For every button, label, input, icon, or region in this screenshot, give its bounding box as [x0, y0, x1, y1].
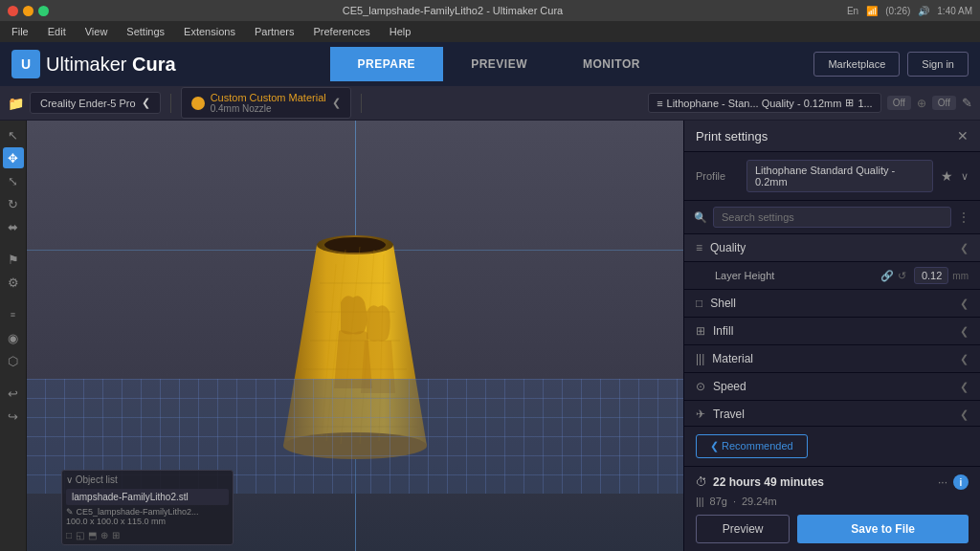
menu-partners[interactable]: Partners [251, 24, 299, 39]
travel-arrow: ❮ [960, 408, 969, 421]
object-item-1[interactable]: lampshade-FamilyLitho2.stl [66, 489, 229, 505]
material-icon: ||| [696, 352, 704, 365]
battery-indicator: (0:26) [885, 6, 910, 16]
profile-icon: ≡ [657, 98, 662, 109]
section-speed[interactable]: ⊙ Speed ❮ [684, 373, 980, 401]
logo-area: U Ultimaker Cura [11, 50, 184, 78]
chevron-icon[interactable]: ∨ [66, 474, 73, 485]
tab-monitor[interactable]: MONITOR [555, 47, 668, 81]
shell-icon: □ [696, 297, 702, 310]
section-material[interactable]: ||| Material ❮ [684, 345, 980, 373]
edit-icon[interactable]: ✎ [962, 96, 972, 110]
obj-icon-5[interactable]: ⊞ [112, 530, 120, 540]
object-sub-text: CE5_lampshade-FamilyLitho2... [77, 507, 199, 517]
pencil-icon: ✎ [66, 507, 77, 517]
maximize-button[interactable] [38, 6, 49, 16]
move-tool[interactable]: ✥ [3, 147, 24, 168]
signin-button[interactable]: Sign in [907, 52, 969, 77]
settings-search-input[interactable] [713, 207, 951, 228]
profile-value[interactable]: Lithophane Standard Quality - 0.2mm [746, 160, 933, 192]
titlebar: CE5_lampshade-FamilyLitho2 - Ultimaker C… [0, 0, 980, 21]
minimize-button[interactable] [23, 6, 33, 16]
menu-edit[interactable]: Edit [44, 24, 70, 39]
mirror-tool[interactable]: ⬌ [3, 216, 24, 237]
shell-arrow: ❮ [960, 298, 969, 310]
material-arrow: ❮ [960, 353, 969, 365]
logo-part1: Ultimaker [46, 54, 126, 75]
obj-icon-1[interactable]: □ [66, 530, 72, 540]
filament-icon: ||| [696, 496, 704, 507]
profile-star-icon[interactable]: ★ [941, 168, 953, 184]
layer-height-label: Layer Height [715, 270, 880, 281]
close-button[interactable] [8, 6, 18, 16]
search-icon: 🔍 [694, 211, 707, 224]
time-estimate-row: ⏱ 22 hours 49 minutes ··· i [696, 474, 969, 490]
menu-file[interactable]: File [8, 24, 33, 39]
toolbar-separator2 [361, 94, 362, 113]
material-separator: · [733, 496, 736, 507]
support-tool[interactable]: ⚑ [3, 249, 24, 270]
window-controls[interactable] [8, 6, 49, 16]
menu-extensions[interactable]: Extensions [180, 24, 239, 39]
save-to-file-button[interactable]: Save to File [797, 515, 969, 543]
material-label: Material [712, 352, 960, 365]
3d-viewport[interactable]: ∨ Object list lampshade-FamilyLitho2.stl… [27, 121, 683, 551]
print-settings-header: Print settings ✕ [684, 121, 980, 152]
view-solid[interactable]: ◉ [3, 327, 24, 348]
obj-icon-4[interactable]: ⊕ [100, 530, 108, 540]
infill-arrow: ❮ [960, 325, 969, 338]
scale-tool[interactable]: ⤡ [3, 170, 24, 191]
section-infill[interactable]: ⊞ Infill ❮ [684, 318, 980, 345]
material-color-dot [191, 97, 205, 110]
settings-menu-icon[interactable]: ⋮ [957, 209, 970, 225]
tab-preview[interactable]: PREVIEW [443, 47, 555, 81]
logo-part2: Cura [132, 54, 176, 75]
marketplace-button[interactable]: Marketplace [813, 52, 900, 77]
view-layer[interactable]: ⬡ [3, 350, 24, 371]
section-travel[interactable]: ✈ Travel ❮ [684, 401, 980, 426]
rotate-tool[interactable]: ↻ [3, 193, 24, 214]
layer-height-icons: 🔗 ↺ [880, 270, 906, 282]
tab-prepare[interactable]: PREPARE [330, 47, 444, 81]
lock-icon[interactable]: 🔗 [880, 270, 894, 282]
layer-height-value[interactable]: 0.12 [914, 267, 948, 284]
material-arrow: ❮ [332, 97, 341, 109]
obj-icon-3[interactable]: ⬒ [88, 530, 97, 540]
material-stats: ||| 87g · 29.24m [696, 496, 969, 507]
redo-tool[interactable]: ↪ [3, 406, 24, 427]
nav-tabs: PREPARE PREVIEW MONITOR [330, 47, 668, 81]
system-tray: En 📶 (0:26) 🔊 1:40 AM [847, 6, 972, 16]
header-actions: Marketplace Sign in [813, 52, 969, 77]
select-tool[interactable]: ↖ [3, 124, 24, 145]
section-shell[interactable]: □ Shell ❮ [684, 290, 980, 318]
info-icon[interactable]: i [953, 474, 969, 490]
print-settings-close[interactable]: ✕ [957, 128, 969, 143]
toggle-off-2[interactable]: Off [932, 96, 956, 110]
logo-icon: U [11, 50, 40, 78]
undo-tool[interactable]: ↩ [3, 383, 24, 404]
toggle-off-1[interactable]: Off [887, 96, 911, 110]
menu-help[interactable]: Help [386, 24, 415, 39]
material-selector[interactable]: Custom Custom Material 0.4mm Nozzle ❮ [181, 87, 351, 119]
main-area: ↖ ✥ ⤡ ↻ ⬌ ⚑ ⚙ ≡ ◉ ⬡ ↩ ↪ [0, 121, 980, 551]
obj-icon-2[interactable]: ◱ [76, 530, 84, 540]
device-selector[interactable]: Creality Ender-5 Pro ❮ [30, 92, 161, 114]
preview-button[interactable]: Preview [696, 515, 790, 543]
extra-tool[interactable]: ⚙ [3, 272, 24, 293]
profile-chevron-icon[interactable]: ∨ [961, 170, 969, 183]
reset-icon[interactable]: ↺ [898, 270, 906, 282]
folder-icon[interactable]: 📁 [8, 96, 24, 111]
recommended-button[interactable]: Recommended [696, 434, 808, 458]
volume-icon: 🔊 [918, 6, 929, 16]
svg-point-1 [324, 237, 386, 253]
menu-preferences[interactable]: Preferences [310, 24, 374, 39]
ellipsis-icon[interactable]: ··· [938, 475, 947, 489]
menu-settings[interactable]: Settings [122, 24, 168, 39]
section-quality[interactable]: ≡ Quality ❮ [684, 234, 980, 262]
toolbar-right: ≡ Lithophane - Stan... Quality - 0.12mm … [648, 93, 972, 113]
preview-small[interactable]: ≡ [3, 304, 24, 325]
left-toolbar: ↖ ✥ ⤡ ↻ ⬌ ⚑ ⚙ ≡ ◉ ⬡ ↩ ↪ [0, 121, 27, 551]
separator-icon: ⊕ [917, 97, 926, 110]
menu-view[interactable]: View [81, 24, 112, 39]
profile-badge[interactable]: ≡ Lithophane - Stan... Quality - 0.12mm … [648, 93, 881, 113]
